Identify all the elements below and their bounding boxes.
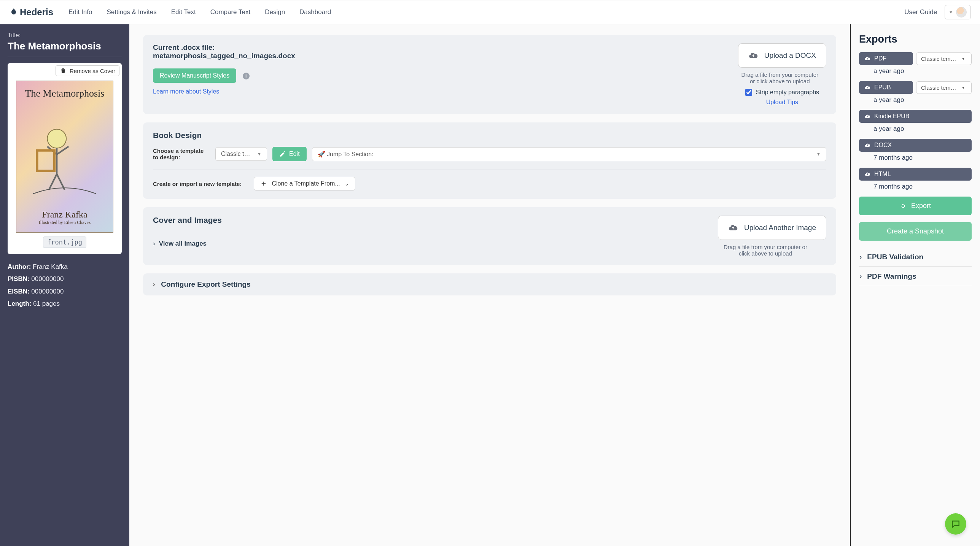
strip-empty-checkbox[interactable] bbox=[745, 89, 752, 96]
export-item: DOCX7 months ago bbox=[859, 139, 972, 162]
meta-pisbn: 000000000 bbox=[31, 275, 64, 283]
cover-card: Remove as Cover The Metamorphosis Franz … bbox=[8, 63, 122, 254]
title-label: Title: bbox=[8, 32, 122, 39]
caret-down-icon: ▼ bbox=[949, 10, 953, 14]
export-item: Kindle EPUBa year ago bbox=[859, 110, 972, 133]
download-icon bbox=[864, 171, 870, 177]
plus-icon bbox=[260, 180, 267, 187]
create-template-label: Create or import a new template: bbox=[153, 181, 242, 187]
caret-down-icon: ▼ bbox=[816, 152, 821, 156]
chevron-down-icon: ⌄ bbox=[345, 181, 349, 187]
choose-template-label: Choose a template to design: bbox=[153, 148, 210, 160]
caret-down-icon: ▼ bbox=[257, 152, 261, 156]
book-metadata: Author: Franz Kafka PISBN: 000000000 EIS… bbox=[8, 261, 122, 310]
top-bar: Hederis Edit Info Settings & Invites Edi… bbox=[0, 0, 980, 24]
logo[interactable]: Hederis bbox=[9, 7, 53, 17]
export-item: EPUBClassic template▼a year ago bbox=[859, 81, 972, 104]
trash-icon bbox=[60, 67, 67, 74]
download-icon bbox=[864, 56, 870, 62]
svg-point-0 bbox=[47, 129, 66, 148]
svg-rect-1 bbox=[37, 151, 55, 171]
edit-icon bbox=[279, 151, 286, 157]
user-menu-button[interactable]: ▼ bbox=[945, 5, 971, 19]
meta-length: 61 pages bbox=[33, 300, 60, 307]
brand-name: Hederis bbox=[20, 7, 53, 17]
export-download-chip[interactable]: PDF bbox=[859, 52, 913, 65]
current-file-label: Current .docx file: bbox=[153, 43, 295, 52]
export-template-select[interactable]: Classic template▼ bbox=[916, 52, 972, 65]
meta-author: Franz Kafka bbox=[33, 263, 68, 270]
strip-empty-label: Strip empty paragraphs bbox=[756, 89, 819, 96]
caret-down-icon: ▼ bbox=[961, 57, 965, 61]
chevron-right-icon: › bbox=[153, 240, 155, 248]
cover-image-title: The Metamorphosis bbox=[25, 88, 105, 99]
nav-edit-text[interactable]: Edit Text bbox=[171, 8, 196, 16]
learn-more-styles-link[interactable]: Learn more about Styles bbox=[153, 88, 219, 95]
export-item: PDFClassic template▼a year ago bbox=[859, 52, 972, 75]
cloud-upload-icon bbox=[728, 223, 738, 233]
chevron-right-icon: › bbox=[860, 254, 862, 260]
upload-hint: Drag a file from your computer or click … bbox=[738, 71, 822, 84]
chat-icon bbox=[951, 519, 961, 529]
download-icon bbox=[864, 142, 870, 148]
export-item: HTML7 months ago bbox=[859, 168, 972, 190]
help-chat-button[interactable] bbox=[945, 513, 966, 535]
configure-export-accordion[interactable]: › Configure Export Settings bbox=[143, 273, 836, 295]
export-template-select[interactable]: Classic template▼ bbox=[916, 81, 972, 94]
book-design-panel: Book Design Choose a template to design:… bbox=[143, 122, 836, 199]
epub-validation-expander[interactable]: › EPUB Validation bbox=[859, 248, 972, 267]
download-icon bbox=[864, 113, 870, 119]
create-snapshot-button[interactable]: Create a Snapshot bbox=[859, 222, 972, 241]
review-styles-button[interactable]: Review Manuscript Styles bbox=[153, 68, 236, 83]
refresh-icon bbox=[900, 203, 907, 210]
cover-art bbox=[20, 99, 109, 210]
export-download-chip[interactable]: HTML bbox=[859, 168, 972, 181]
book-design-title: Book Design bbox=[153, 131, 826, 140]
remove-cover-button[interactable]: Remove as Cover bbox=[56, 65, 119, 76]
export-download-chip[interactable]: EPUB bbox=[859, 81, 913, 94]
export-timestamp: a year ago bbox=[873, 96, 972, 104]
docx-panel: Current .docx file: metamorphosis_tagged… bbox=[143, 35, 836, 114]
cover-image-illustrator: Illustrated by Eileen Chavez bbox=[39, 220, 91, 225]
upload-image-hint: Drag a file from your computer or click … bbox=[718, 244, 813, 257]
template-select[interactable]: Classic template ▼ bbox=[215, 147, 267, 161]
clone-template-button[interactable]: Clone a Template From... ⌄ bbox=[254, 177, 355, 190]
cover-images-title: Cover and Images bbox=[153, 216, 222, 225]
main-content: Current .docx file: metamorphosis_tagged… bbox=[129, 24, 851, 546]
upload-image-button[interactable]: Upload Another Image bbox=[718, 216, 826, 240]
book-title: The Metamorphosis bbox=[8, 40, 122, 57]
upload-docx-button[interactable]: Upload a DOCX bbox=[738, 43, 826, 68]
chevron-right-icon: › bbox=[860, 273, 862, 280]
cloud-upload-icon bbox=[748, 51, 758, 60]
nav-edit-info[interactable]: Edit Info bbox=[68, 8, 92, 16]
export-download-chip[interactable]: Kindle EPUB bbox=[859, 110, 972, 123]
export-download-chip[interactable]: DOCX bbox=[859, 139, 972, 152]
nav-settings-invites[interactable]: Settings & Invites bbox=[107, 8, 156, 16]
cover-image: The Metamorphosis Franz Kafka Illustrate… bbox=[16, 81, 113, 233]
caret-down-icon: ▼ bbox=[961, 86, 965, 90]
logo-icon bbox=[9, 8, 18, 17]
edit-template-button[interactable]: Edit bbox=[272, 147, 307, 161]
nav-compare-text[interactable]: Compare Text bbox=[210, 8, 251, 16]
cover-filename: front.jpg bbox=[43, 236, 86, 248]
export-button[interactable]: Export bbox=[859, 197, 972, 215]
cover-images-panel: Cover and Images › View all images Uploa… bbox=[143, 207, 836, 265]
user-guide-link[interactable]: User Guide bbox=[904, 8, 937, 16]
exports-title: Exports bbox=[859, 33, 972, 45]
cover-image-author: Franz Kafka bbox=[42, 210, 87, 220]
info-icon[interactable]: i bbox=[243, 73, 250, 79]
pdf-warnings-expander[interactable]: › PDF Warnings bbox=[859, 267, 972, 286]
main-nav: Edit Info Settings & Invites Edit Text C… bbox=[68, 8, 331, 16]
nav-design[interactable]: Design bbox=[265, 8, 285, 16]
download-icon bbox=[864, 84, 870, 90]
view-all-images-button[interactable]: › View all images bbox=[153, 240, 222, 248]
current-file-name: metamorphosis_tagged_no_images.docx bbox=[153, 52, 295, 60]
jump-section-select[interactable]: 🚀 Jump To Section: ▼ bbox=[312, 147, 826, 161]
upload-tips-link[interactable]: Upload Tips bbox=[766, 99, 799, 105]
export-timestamp: a year ago bbox=[873, 125, 972, 133]
export-timestamp: a year ago bbox=[873, 67, 972, 75]
exports-sidebar: Exports PDFClassic template▼a year agoEP… bbox=[851, 24, 980, 546]
chevron-right-icon: › bbox=[153, 281, 155, 288]
export-timestamp: 7 months ago bbox=[873, 154, 972, 162]
nav-dashboard[interactable]: Dashboard bbox=[299, 8, 331, 16]
